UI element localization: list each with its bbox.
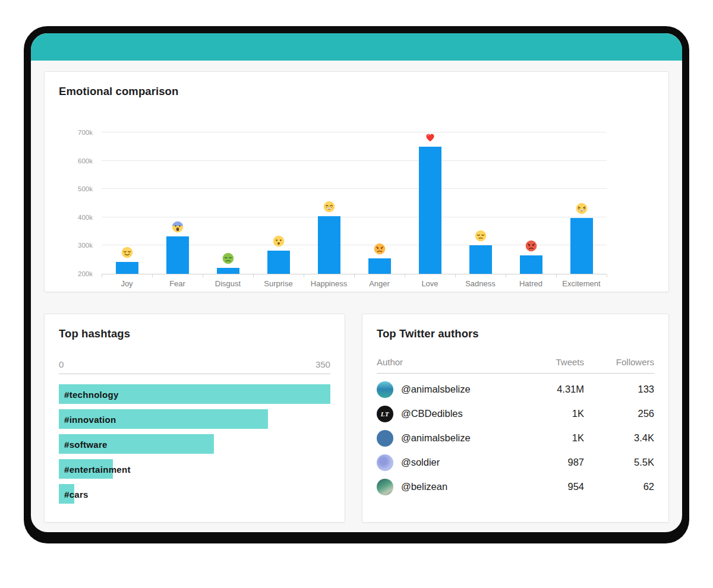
tweets-value: 4.31M — [525, 384, 584, 395]
author-cell: LT@CBDedibles — [377, 406, 525, 422]
plot-area: JoyFearDisgustSurpriseHappinessAngerLove… — [102, 108, 607, 288]
author-handle: @animalsbelize — [401, 432, 471, 444]
x-axis-tick — [506, 274, 506, 277]
bottom-row: Top hashtags 0 350 #technology#innovatio… — [44, 314, 669, 523]
laughing-face-icon — [576, 203, 588, 214]
top-twitter-authors-card: Top Twitter authors Author Tweets Follow… — [362, 314, 669, 523]
chart-column-fear — [152, 221, 203, 274]
table-row: @animalsbelize4.31M133 — [377, 377, 654, 402]
followers-value: 5.5K — [584, 457, 654, 468]
table-body: @animalsbelize4.31M133LT@CBDedibles1K256… — [377, 377, 654, 499]
app-window: Emotional comparison 200k300k400k500k600… — [24, 26, 689, 539]
hashtag-row: #cars — [59, 484, 330, 504]
chart-column-anger — [354, 243, 405, 274]
emotion-bar-surprise[interactable] — [267, 251, 290, 274]
y-axis-tick-label: 400k — [78, 214, 93, 221]
x-axis — [102, 274, 607, 277]
window-body: Emotional comparison 200k300k400k500k600… — [31, 61, 682, 532]
followers-value: 256 — [584, 408, 654, 419]
emotional-comparison-card: Emotional comparison 200k300k400k500k600… — [44, 71, 669, 292]
x-axis-category-label: Joy — [102, 279, 152, 288]
hashtag-axis: 0 350 — [59, 359, 330, 374]
x-axis-category-label: Love — [405, 279, 455, 288]
y-axis-tick-label: 700k — [78, 129, 93, 136]
top-hashtags-card: Top hashtags 0 350 #technology#innovatio… — [44, 314, 345, 523]
emotion-bar-disgust[interactable] — [217, 268, 239, 274]
x-axis-tick — [253, 274, 254, 277]
emotion-bar-joy[interactable] — [116, 262, 138, 274]
x-axis-tick — [354, 274, 355, 277]
author-handle: @CBDedibles — [401, 408, 463, 419]
chart-column-disgust — [203, 252, 253, 274]
author-handle: @animalsbelize — [401, 384, 471, 395]
pensive-face-icon — [475, 230, 487, 242]
chart-column-sadness — [455, 230, 506, 274]
x-axis-tick — [102, 274, 102, 277]
emotion-bar-anger[interactable] — [368, 258, 391, 274]
table-row: @animalsbelize1K3.4K — [377, 426, 654, 450]
table-row: @belizean95462 — [377, 475, 654, 499]
open-mouth-face-icon — [273, 235, 285, 247]
author-handle: @soldier — [401, 457, 440, 468]
emotion-bar-excitement[interactable] — [570, 218, 593, 274]
hashtag-label: #innovation — [64, 414, 116, 424]
x-axis-tick — [556, 274, 557, 277]
hashtag-row: #software — [59, 434, 330, 454]
chart-column-happiness — [304, 201, 354, 274]
top-twitter-authors-title: Top Twitter authors — [377, 327, 654, 340]
chart-column-excitement — [556, 203, 607, 274]
x-axis-labels: JoyFearDisgustSurpriseHappinessAngerLove… — [102, 279, 607, 288]
y-axis-tick-label: 600k — [78, 157, 93, 165]
chart-column-love — [405, 131, 455, 274]
y-axis-tick-label: 200k — [78, 270, 93, 277]
table-header: Author Tweets Followers — [377, 357, 654, 374]
chart-column-hatred — [506, 240, 556, 274]
x-axis-category-label: Hatred — [506, 279, 556, 288]
x-axis-tick — [455, 274, 456, 277]
hashtag-bars: #technology#innovation#software#entertai… — [59, 384, 330, 504]
lt-monogram-avatar: LT — [377, 406, 393, 422]
x-axis-category-label: Excitement — [556, 279, 607, 288]
author-handle: @belizean — [401, 481, 447, 492]
hashtag-row: #technology — [59, 384, 330, 404]
plain-blue-avatar — [377, 430, 393, 447]
x-axis-tick — [304, 274, 304, 277]
emotion-bar-sadness[interactable] — [469, 245, 492, 274]
x-axis-category-label: Anger — [354, 279, 405, 288]
column-header-followers: Followers — [584, 357, 654, 367]
top-hashtags-title: Top hashtags — [59, 327, 330, 340]
tweets-value: 987 — [525, 457, 584, 468]
emotion-chart: 200k300k400k500k600k700k JoyFearDisgustS… — [59, 108, 654, 288]
chart-columns — [102, 108, 607, 274]
hashtag-axis-max-label: 350 — [316, 359, 330, 369]
x-axis-tick — [203, 274, 203, 277]
emotional-comparison-title: Emotional comparison — [59, 85, 654, 98]
hashtag-label: #technology — [64, 389, 119, 399]
followers-value: 133 — [584, 384, 654, 395]
hashtag-row: #innovation — [59, 409, 330, 429]
author-cell: @belizean — [377, 479, 525, 495]
followers-value: 62 — [584, 481, 654, 492]
x-axis-tick — [607, 274, 607, 277]
emotion-bar-happiness[interactable] — [318, 216, 340, 274]
avatar-monogram: LT — [381, 410, 389, 418]
emotion-bar-love[interactable] — [419, 147, 441, 274]
nauseated-face-icon — [222, 252, 234, 264]
chart-column-surprise — [253, 235, 304, 274]
red-heart-icon — [424, 131, 436, 143]
author-cell: @soldier — [377, 454, 525, 471]
fearful-face-icon — [172, 221, 184, 233]
column-header-tweets: Tweets — [525, 357, 584, 367]
emotion-bar-hatred[interactable] — [520, 255, 542, 274]
y-axis: 200k300k400k500k600k700k — [59, 108, 102, 274]
x-axis-category-label: Happiness — [304, 279, 354, 288]
chart-column-joy — [102, 246, 152, 274]
emotion-bar-fear[interactable] — [166, 236, 189, 274]
bird-photo-avatar — [377, 454, 393, 471]
author-cell: @animalsbelize — [377, 430, 525, 447]
y-axis-tick-label: 500k — [78, 185, 93, 192]
table-row: @soldier9875.5K — [377, 450, 654, 475]
window-header-bar — [31, 33, 682, 61]
author-cell: @animalsbelize — [377, 381, 525, 398]
emotion-plot — [102, 108, 607, 274]
